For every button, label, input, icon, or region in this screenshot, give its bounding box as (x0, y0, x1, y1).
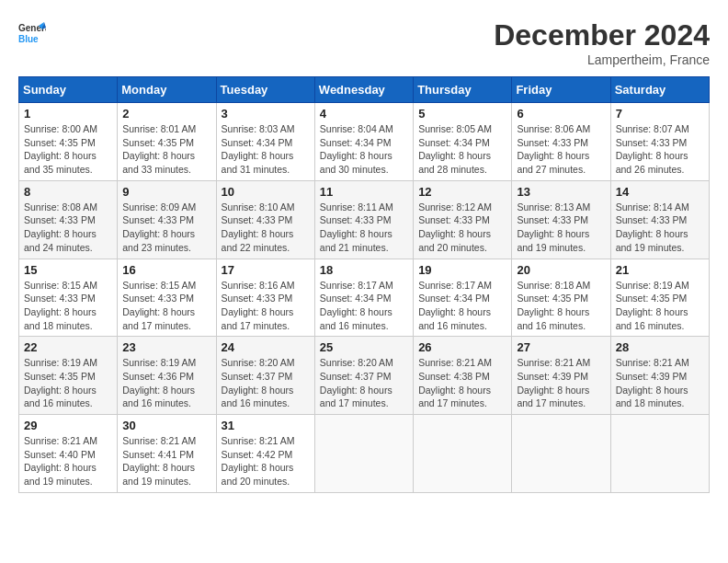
day-info: Sunrise: 8:16 AM Sunset: 4:33 PM Dayligh… (222, 279, 310, 333)
calendar-cell: 18 Sunrise: 8:17 AM Sunset: 4:34 PM Dayl… (314, 259, 413, 337)
day-number: 8 (24, 185, 112, 199)
day-info: Sunrise: 8:17 AM Sunset: 4:34 PM Dayligh… (320, 279, 408, 333)
day-info: Sunrise: 8:00 AM Sunset: 4:35 PM Dayligh… (24, 122, 112, 177)
day-number: 29 (24, 419, 112, 432)
day-info: Sunrise: 8:19 AM Sunset: 4:35 PM Dayligh… (24, 356, 112, 410)
calendar-cell: 8 Sunrise: 8:08 AM Sunset: 4:33 PM Dayli… (19, 180, 118, 259)
calendar-week-5: 29 Sunrise: 8:21 AM Sunset: 4:40 PM Dayl… (19, 415, 710, 493)
header-day-monday: Monday (118, 77, 216, 103)
calendar-cell: 11 Sunrise: 8:11 AM Sunset: 4:33 PM Dayl… (314, 180, 413, 259)
calendar-week-1: 1 Sunrise: 8:00 AM Sunset: 4:35 PM Dayli… (19, 103, 710, 181)
header-day-wednesday: Wednesday (314, 77, 413, 103)
day-info: Sunrise: 8:19 AM Sunset: 4:35 PM Dayligh… (616, 279, 704, 333)
day-number: 10 (222, 185, 310, 199)
calendar-cell: 13 Sunrise: 8:13 AM Sunset: 4:33 PM Dayl… (512, 180, 610, 259)
month-title: December 2024 (494, 18, 710, 52)
day-info: Sunrise: 8:04 AM Sunset: 4:34 PM Dayligh… (320, 122, 408, 177)
day-info: Sunrise: 8:20 AM Sunset: 4:37 PM Dayligh… (320, 356, 408, 410)
calendar-cell: 22 Sunrise: 8:19 AM Sunset: 4:35 PM Dayl… (19, 337, 118, 415)
calendar-week-2: 8 Sunrise: 8:08 AM Sunset: 4:33 PM Dayli… (19, 180, 710, 259)
day-number: 3 (222, 107, 310, 121)
day-info: Sunrise: 8:06 AM Sunset: 4:33 PM Dayligh… (517, 122, 605, 177)
logo: General Blue (18, 18, 46, 46)
day-number: 13 (517, 185, 605, 199)
calendar-cell: 27 Sunrise: 8:21 AM Sunset: 4:39 PM Dayl… (512, 337, 610, 415)
calendar-cell: 5 Sunrise: 8:05 AM Sunset: 4:34 PM Dayli… (414, 103, 512, 181)
day-number: 30 (122, 419, 210, 432)
day-info: Sunrise: 8:09 AM Sunset: 4:33 PM Dayligh… (122, 201, 210, 255)
day-info: Sunrise: 8:12 AM Sunset: 4:33 PM Dayligh… (418, 201, 506, 255)
day-info: Sunrise: 8:15 AM Sunset: 4:33 PM Dayligh… (122, 279, 210, 333)
day-info: Sunrise: 8:03 AM Sunset: 4:34 PM Dayligh… (222, 122, 310, 177)
calendar-cell: 24 Sunrise: 8:20 AM Sunset: 4:37 PM Dayl… (216, 337, 314, 415)
calendar-cell: 4 Sunrise: 8:04 AM Sunset: 4:34 PM Dayli… (314, 103, 413, 181)
day-info: Sunrise: 8:17 AM Sunset: 4:34 PM Dayligh… (418, 279, 506, 333)
day-number: 20 (517, 263, 605, 277)
day-number: 6 (517, 107, 605, 121)
day-number: 1 (24, 107, 112, 121)
logo-icon: General Blue (18, 18, 46, 46)
calendar-cell (610, 415, 709, 493)
day-number: 24 (222, 340, 310, 354)
day-info: Sunrise: 8:14 AM Sunset: 4:33 PM Dayligh… (616, 201, 704, 255)
calendar-cell: 1 Sunrise: 8:00 AM Sunset: 4:35 PM Dayli… (19, 103, 118, 181)
day-number: 12 (418, 185, 506, 199)
calendar-cell: 14 Sunrise: 8:14 AM Sunset: 4:33 PM Dayl… (610, 180, 709, 259)
calendar-week-4: 22 Sunrise: 8:19 AM Sunset: 4:35 PM Dayl… (19, 337, 710, 415)
day-number: 18 (320, 263, 408, 277)
day-info: Sunrise: 8:21 AM Sunset: 4:39 PM Dayligh… (517, 356, 605, 410)
calendar-cell: 29 Sunrise: 8:21 AM Sunset: 4:40 PM Dayl… (19, 415, 118, 493)
day-number: 25 (320, 340, 408, 354)
day-number: 16 (122, 263, 210, 277)
calendar-cell: 17 Sunrise: 8:16 AM Sunset: 4:33 PM Dayl… (216, 259, 314, 337)
day-info: Sunrise: 8:21 AM Sunset: 4:38 PM Dayligh… (418, 356, 506, 410)
calendar-cell: 12 Sunrise: 8:12 AM Sunset: 4:33 PM Dayl… (414, 180, 512, 259)
day-info: Sunrise: 8:21 AM Sunset: 4:39 PM Dayligh… (616, 356, 704, 410)
calendar-cell: 21 Sunrise: 8:19 AM Sunset: 4:35 PM Dayl… (610, 259, 709, 337)
calendar-cell: 26 Sunrise: 8:21 AM Sunset: 4:38 PM Dayl… (414, 337, 512, 415)
day-number: 31 (222, 419, 310, 432)
day-number: 14 (616, 185, 704, 199)
day-number: 23 (122, 340, 210, 354)
day-info: Sunrise: 8:21 AM Sunset: 4:40 PM Dayligh… (24, 434, 112, 488)
day-info: Sunrise: 8:01 AM Sunset: 4:35 PM Dayligh… (122, 122, 210, 177)
calendar-cell (414, 415, 512, 493)
calendar-week-3: 15 Sunrise: 8:15 AM Sunset: 4:33 PM Dayl… (19, 259, 710, 337)
calendar-cell: 19 Sunrise: 8:17 AM Sunset: 4:34 PM Dayl… (414, 259, 512, 337)
header-day-saturday: Saturday (610, 77, 709, 103)
svg-text:Blue: Blue (18, 34, 39, 44)
day-info: Sunrise: 8:05 AM Sunset: 4:34 PM Dayligh… (418, 122, 506, 177)
day-number: 19 (418, 263, 506, 277)
calendar-cell: 6 Sunrise: 8:06 AM Sunset: 4:33 PM Dayli… (512, 103, 610, 181)
day-info: Sunrise: 8:15 AM Sunset: 4:33 PM Dayligh… (24, 279, 112, 333)
header-day-sunday: Sunday (19, 77, 118, 103)
calendar-cell: 31 Sunrise: 8:21 AM Sunset: 4:42 PM Dayl… (216, 415, 314, 493)
day-info: Sunrise: 8:13 AM Sunset: 4:33 PM Dayligh… (517, 201, 605, 255)
day-number: 28 (616, 340, 704, 354)
day-info: Sunrise: 8:21 AM Sunset: 4:41 PM Dayligh… (122, 434, 210, 488)
header-day-thursday: Thursday (414, 77, 512, 103)
header-day-tuesday: Tuesday (216, 77, 314, 103)
calendar-cell: 3 Sunrise: 8:03 AM Sunset: 4:34 PM Dayli… (216, 103, 314, 181)
calendar-cell: 20 Sunrise: 8:18 AM Sunset: 4:35 PM Dayl… (512, 259, 610, 337)
location: Lampertheim, France (494, 52, 710, 67)
day-info: Sunrise: 8:10 AM Sunset: 4:33 PM Dayligh… (222, 201, 310, 255)
day-number: 21 (616, 263, 704, 277)
calendar-cell: 28 Sunrise: 8:21 AM Sunset: 4:39 PM Dayl… (610, 337, 709, 415)
day-number: 2 (122, 107, 210, 121)
day-number: 7 (616, 107, 704, 121)
calendar-cell (512, 415, 610, 493)
calendar-cell: 10 Sunrise: 8:10 AM Sunset: 4:33 PM Dayl… (216, 180, 314, 259)
day-info: Sunrise: 8:11 AM Sunset: 4:33 PM Dayligh… (320, 201, 408, 255)
calendar-cell: 30 Sunrise: 8:21 AM Sunset: 4:41 PM Dayl… (118, 415, 216, 493)
day-info: Sunrise: 8:07 AM Sunset: 4:33 PM Dayligh… (616, 122, 704, 177)
day-number: 11 (320, 185, 408, 199)
calendar-cell: 7 Sunrise: 8:07 AM Sunset: 4:33 PM Dayli… (610, 103, 709, 181)
day-number: 9 (122, 185, 210, 199)
day-number: 4 (320, 107, 408, 121)
day-number: 22 (24, 340, 112, 354)
calendar-cell (314, 415, 413, 493)
day-number: 15 (24, 263, 112, 277)
day-number: 27 (517, 340, 605, 354)
header-day-friday: Friday (512, 77, 610, 103)
